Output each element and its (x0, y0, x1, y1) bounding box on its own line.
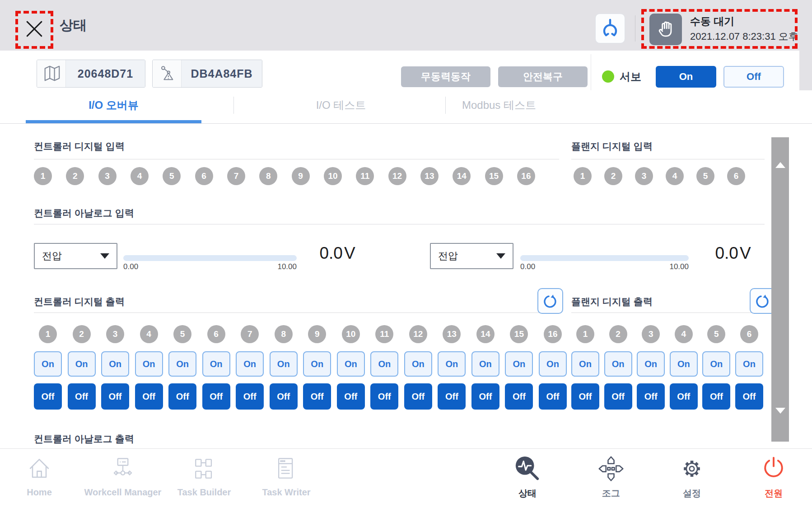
controller-output-10-on-button[interactable]: On (337, 351, 365, 377)
flange-output-4-on-button[interactable]: On (670, 351, 698, 377)
safety-recovery-button[interactable]: 안전복구 (498, 66, 588, 87)
controller-output-11-on-button[interactable]: On (370, 351, 398, 377)
safety-id-badge[interactable]: DB4A84FB (152, 60, 262, 88)
controller-output-9-off-button[interactable]: Off (303, 383, 331, 410)
servo-divider (591, 54, 591, 90)
controller-digital-input-channels: 12345678910111213141516 (34, 167, 535, 185)
tab-io-overview[interactable]: I/O 오버뷰 (26, 90, 201, 120)
controller-output-2-off-button[interactable]: Off (68, 383, 96, 410)
robot-serial-badge[interactable]: 20648D71 (37, 60, 145, 88)
teach-pendant-screen: 상태 수동 대기 2021.12.07 8:23:31 오후 (0, 0, 812, 508)
controller-output-5-off-button[interactable]: Off (168, 383, 196, 410)
controller-output-7-off-button[interactable]: Off (236, 383, 264, 410)
flange-digital-input-title: 플랜지 디지털 입력 (571, 140, 653, 153)
flange-output-1-off-button[interactable]: Off (571, 383, 599, 410)
controller-digital-output-channel-4: 4 (140, 325, 158, 343)
tab-modbus-test[interactable]: Modbus 테스트 (451, 90, 547, 120)
controller-output-refresh-button[interactable] (537, 288, 563, 314)
section-divider (571, 312, 765, 313)
controller-digital-output-channel-16: 16 (544, 325, 562, 343)
controller-output-4-on-button[interactable]: On (135, 351, 163, 377)
controller-digital-output-grid: 1OnOff2OnOff3OnOff4OnOff5OnOff6OnOff7OnO… (34, 325, 567, 410)
controller-output-8-off-button[interactable]: Off (270, 383, 298, 410)
flange-output-5-off-button[interactable]: Off (702, 383, 730, 410)
controller-output-6-off-button[interactable]: Off (202, 383, 230, 410)
flange-output-2-on-button[interactable]: On (604, 351, 632, 377)
controller-output-2-on-button[interactable]: On (68, 351, 96, 377)
robot-serial-text: 20648D71 (66, 60, 145, 87)
controller-output-4-off-button[interactable]: Off (135, 383, 163, 410)
flange-output-1-on-button[interactable]: On (571, 351, 599, 377)
flange-digital-output-channel-1: 1 (576, 325, 594, 343)
flange-output-6-off-button[interactable]: Off (735, 383, 763, 410)
flange-digital-output-channel-2: 2 (609, 325, 627, 343)
header-divider (635, 15, 635, 42)
gripper-button[interactable] (595, 14, 625, 43)
controller-output-12-off-button[interactable]: Off (404, 383, 432, 410)
controller-digital-output-channel-12: 12 (409, 325, 427, 343)
controller-output-14-on-button[interactable]: On (471, 351, 499, 377)
flange-output-4-off-button[interactable]: Off (670, 383, 698, 410)
controller-output-11-off-button[interactable]: Off (370, 383, 398, 410)
analog-input-1-mode-select[interactable]: 전압 (34, 243, 117, 269)
servo-on-button[interactable]: On (656, 66, 716, 88)
controller-output-column-9: 9OnOff (303, 325, 331, 410)
controller-output-6-on-button[interactable]: On (202, 351, 230, 377)
controller-output-15-off-button[interactable]: Off (505, 383, 533, 410)
controller-output-15-on-button[interactable]: On (505, 351, 533, 377)
section-divider (34, 312, 560, 313)
flange-output-6-on-button[interactable]: On (735, 351, 763, 377)
controller-output-16-on-button[interactable]: On (539, 351, 567, 377)
servo-off-button[interactable]: Off (723, 66, 784, 88)
flange-output-column-5: 5OnOff (702, 325, 730, 410)
controller-digital-output-channel-7: 7 (241, 325, 259, 343)
flange-digital-input-channel-4: 4 (666, 167, 684, 185)
section-divider (571, 159, 765, 159)
controller-output-9-on-button[interactable]: On (303, 351, 331, 377)
scroll-up-arrow[interactable] (775, 162, 785, 168)
tab-io-test[interactable]: I/O 테스트 (253, 90, 429, 120)
controller-digital-output-channel-11: 11 (375, 325, 393, 343)
top-header-bar: 상태 수동 대기 2021.12.07 8:23:31 오후 (0, 0, 812, 51)
flange-digital-output-title: 플랜지 디지털 출력 (571, 295, 653, 308)
controller-output-1-off-button[interactable]: Off (34, 383, 62, 410)
flange-output-5-on-button[interactable]: On (702, 351, 730, 377)
controller-output-12-on-button[interactable]: On (404, 351, 432, 377)
controller-output-13-on-button[interactable]: On (438, 351, 466, 377)
controller-output-1-on-button[interactable]: On (34, 351, 62, 377)
controller-output-3-off-button[interactable]: Off (101, 383, 129, 410)
safety-id-text: DB4A84FB (182, 60, 262, 87)
chevron-down-icon (496, 253, 505, 259)
controller-output-13-off-button[interactable]: Off (438, 383, 466, 410)
scrollbar[interactable] (771, 137, 789, 442)
flange-digital-input-channel-3: 3 (635, 167, 653, 185)
refresh-icon (756, 294, 770, 308)
flange-output-3-on-button[interactable]: On (637, 351, 665, 377)
close-button[interactable] (22, 16, 47, 42)
analog-input-1-min: 0.00 (123, 262, 138, 271)
controller-digital-input-channel-2: 2 (66, 167, 84, 185)
flange-output-2-off-button[interactable]: Off (604, 383, 632, 410)
nav-power[interactable]: 전원 (719, 454, 812, 499)
backdrive-button[interactable]: 무동력동작 (401, 66, 490, 87)
controller-output-3-on-button[interactable]: On (101, 351, 129, 377)
tab-divider (445, 97, 446, 114)
controller-digital-input-channel-5: 5 (163, 167, 181, 185)
controller-output-column-4: 4OnOff (135, 325, 163, 410)
controller-output-16-off-button[interactable]: Off (539, 383, 567, 410)
task-writer-icon (273, 454, 300, 483)
nav-task-writer[interactable]: Task Writer (232, 454, 341, 498)
controller-digital-output-channel-6: 6 (207, 325, 225, 343)
controller-output-10-off-button[interactable]: Off (337, 383, 365, 410)
flange-digital-input-channel-6: 6 (727, 167, 745, 185)
scroll-down-arrow[interactable] (775, 408, 785, 414)
flange-output-3-off-button[interactable]: Off (637, 383, 665, 410)
analog-input-2-mode-select[interactable]: 전압 (430, 243, 513, 269)
controller-output-14-off-button[interactable]: Off (471, 383, 499, 410)
controller-output-5-on-button[interactable]: On (168, 351, 196, 377)
controller-output-8-on-button[interactable]: On (270, 351, 298, 377)
controller-digital-input-channel-9: 9 (292, 167, 310, 185)
controller-output-7-on-button[interactable]: On (236, 351, 264, 377)
robot-mode-icon-badge (649, 14, 682, 45)
controller-digital-output-channel-5: 5 (173, 325, 191, 343)
